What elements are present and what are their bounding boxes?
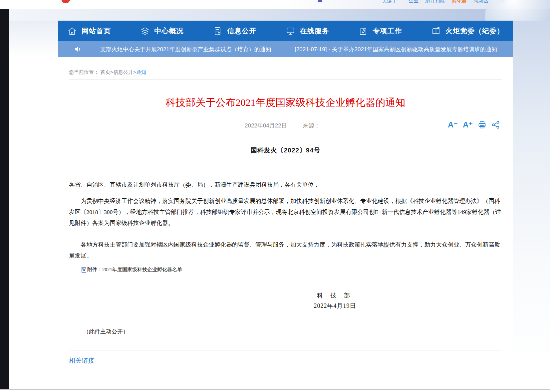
nav-item-information[interactable]: 信息公开: [212, 26, 256, 36]
breadcrumb-current[interactable]: 通知: [136, 69, 146, 75]
ticker-notice-left[interactable]: 支部火炬中心关于开展2021年度创新型产业集群试点（培育）的通知: [100, 46, 271, 53]
speaker-icon: [74, 45, 82, 53]
header-gradient-band: [0, 9, 550, 21]
article-toolbar: A⁻ A⁺: [448, 120, 500, 129]
keywords-label: 关键字：: [382, 0, 402, 4]
divider: [69, 80, 502, 80]
paragraph-salutation: 各省、自治区、直辖市及计划单列市科技厅（委、局），新疆生产建设兵团科技局，各有关…: [69, 179, 502, 190]
decorative-chip: [318, 0, 322, 2]
breadcrumb-separator: >: [110, 69, 113, 75]
keyword-link[interactable]: 加计扣除: [425, 0, 445, 4]
nav-item-special-projects[interactable]: 专项工作: [358, 26, 402, 36]
document-icon: [212, 26, 223, 36]
nav-label: 火炬党委（纪委）: [445, 26, 504, 36]
notice-ticker: 支部火炬中心关于开展2021年度创新型产业集群试点（培育）的通知 [2021-0…: [58, 41, 513, 57]
attachment-link[interactable]: W 附件：2021年度国家级科技企业孵化器名单: [82, 267, 502, 273]
document-number: 国科发火〔2022〕94号: [69, 146, 502, 155]
breadcrumb-separator: >: [133, 69, 136, 75]
left-margin: [9, 21, 58, 61]
breadcrumb: 您当前位置： 首页>信息公开>通知: [69, 57, 502, 76]
nav-item-party-committee[interactable]: 火炬党委（纪委）: [431, 26, 504, 36]
breadcrumb-home[interactable]: 首页: [100, 69, 110, 75]
font-decrease-button[interactable]: A⁻: [448, 120, 458, 129]
main-nav: 网站首页 中心概况 信息公开 在线服务 专项工作: [58, 21, 513, 41]
left-dark-strip: [0, 9, 9, 389]
keyword-link[interactable]: 企业: [409, 0, 418, 4]
keyword-bar: 关键字： 企业 加计扣除 孵化器 高新区 大赛: [382, 0, 505, 4]
breadcrumb-section[interactable]: 信息公开: [113, 69, 133, 75]
related-links-title[interactable]: 相关链接: [69, 356, 502, 365]
nav-item-online-services[interactable]: 在线服务: [285, 26, 329, 36]
nav-label: 中心概况: [154, 26, 184, 36]
home-icon: [67, 26, 77, 36]
signature-name: 科 技 部: [298, 292, 372, 299]
source-label: 来源：: [303, 122, 320, 129]
footer-divider: [0, 389, 550, 390]
publish-date: 2022年04月22日: [245, 122, 287, 129]
nav-label: 专项工作: [373, 26, 402, 36]
signature-block: 科 技 部 2022年4月19日: [298, 292, 372, 310]
disclosure-note: （此件主动公开）: [83, 328, 502, 335]
right-margin: [513, 21, 550, 389]
divider: [69, 350, 502, 350]
share-icon[interactable]: [491, 120, 500, 129]
printer-icon[interactable]: [478, 120, 486, 129]
pen-icon: [358, 26, 368, 36]
breadcrumb-label: 您当前位置：: [69, 69, 99, 75]
paragraph-body: 为贯彻中央经济工作会议精神，落实国务院关于创新创业高质量发展的总体部署，加快科技…: [69, 196, 502, 229]
page: 关键字： 企业 加计扣除 孵化器 高新区 大赛 网站首页 中心概况 信息公开: [0, 0, 550, 392]
article-title: 科技部关于公布2021年度国家级科技企业孵化器的通知: [69, 96, 502, 109]
keyword-link[interactable]: 高新区: [473, 0, 488, 4]
nav-item-home[interactable]: 网站首页: [67, 26, 111, 36]
nav-item-overview[interactable]: 中心概况: [140, 26, 184, 36]
divider: [69, 136, 502, 136]
keyword-link-highlighted[interactable]: 孵化器: [452, 0, 467, 4]
word-doc-icon: W: [82, 267, 86, 273]
paragraph-body: 各地方科技主管部门要加强对辖区内国家级科技企业孵化器的监督、管理与服务，加大支持…: [69, 239, 502, 261]
nav-label: 在线服务: [300, 26, 329, 36]
monitor-icon: [285, 26, 296, 36]
ticker-notice-right[interactable]: [2021-07-19] · 关于举办2021年国家高新区创新驱动高质量发展专题…: [295, 46, 497, 53]
attachment-label: 附件：2021年度国家级科技企业孵化器名单: [87, 267, 182, 273]
book-flag-icon: [431, 26, 441, 36]
layers-icon: [140, 26, 150, 36]
nav-label: 网站首页: [82, 26, 111, 36]
signature-date: 2022年4月19日: [298, 302, 372, 310]
article-meta: 2022年04月22日 来源： A⁻ A⁺: [69, 120, 502, 130]
article-panel: 您当前位置： 首页>信息公开>通知 科技部关于公布2021年度国家级科技企业孵化…: [58, 57, 513, 392]
font-increase-button[interactable]: A⁺: [463, 120, 473, 129]
nav-label: 信息公开: [227, 26, 256, 36]
